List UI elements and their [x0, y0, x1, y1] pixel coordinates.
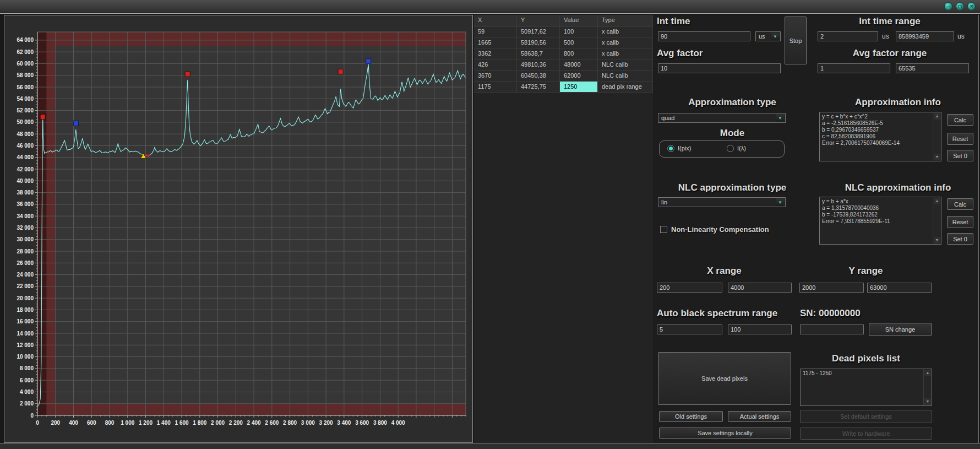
- table-header-x[interactable]: X: [474, 15, 517, 26]
- nlc-info-title: NLC approximation info: [819, 182, 977, 193]
- save-settings-locally-button[interactable]: Save settings locally: [659, 428, 791, 439]
- set-default-settings-button[interactable]: Set default settings: [800, 410, 932, 423]
- nlc-set0-button[interactable]: Set 0: [947, 233, 973, 245]
- x-range-min-input[interactable]: [657, 283, 722, 293]
- cell-y[interactable]: 60450,38: [517, 71, 560, 82]
- avg-factor-range-max-input[interactable]: [896, 63, 969, 73]
- int-time-range-min-unit: us: [882, 33, 889, 40]
- scrollbar[interactable]: ▲ ▼: [923, 369, 932, 405]
- chevron-down-icon: ▼: [776, 114, 785, 122]
- approximation-info-box[interactable]: y = c + b*x + c*x^2a = -2,516185608526E-…: [819, 112, 941, 161]
- cell-value[interactable]: 62000: [560, 71, 598, 82]
- minimize-icon[interactable]: —: [944, 2, 952, 10]
- text-line: y = b + a*x: [822, 198, 932, 205]
- y-range-max-input[interactable]: [867, 283, 932, 293]
- stop-button[interactable]: Stop: [785, 17, 807, 64]
- auto-black-max-input[interactable]: [728, 324, 792, 334]
- auto-black-min-input[interactable]: [657, 324, 722, 334]
- avg-factor-input[interactable]: [658, 63, 781, 73]
- avg-factor-range-min-input[interactable]: [818, 63, 890, 73]
- x-range-max-input[interactable]: [728, 283, 792, 293]
- cell-value[interactable]: 100: [560, 26, 598, 37]
- scroll-up-icon[interactable]: ▲: [934, 198, 940, 204]
- radio-option-i-lambda[interactable]: I(λ): [727, 145, 746, 152]
- cell-y[interactable]: 58190,56: [517, 37, 560, 48]
- chart-panel[interactable]: 02004006008001 0001 2001 4001 6001 8002 …: [4, 15, 473, 443]
- y-range-min-input[interactable]: [799, 283, 864, 293]
- table-row[interactable]: 336258638,7800x calib: [474, 48, 653, 59]
- table-row[interactable]: 42649810,3648000NLC calib: [474, 59, 653, 71]
- svg-text:46 000: 46 000: [17, 143, 34, 149]
- svg-text:10 000: 10 000: [17, 354, 34, 360]
- sn-change-button[interactable]: SN change: [869, 323, 932, 336]
- close-icon[interactable]: ✕: [967, 2, 976, 10]
- spectrum-chart[interactable]: 02004006008001 0001 2001 4001 6001 8002 …: [4, 15, 472, 442]
- cell-x[interactable]: 3670: [474, 71, 517, 82]
- svg-text:58 000: 58 000: [17, 72, 34, 78]
- int-time-range-max-input[interactable]: [896, 31, 954, 41]
- svg-text:14 000: 14 000: [17, 331, 34, 337]
- table-row[interactable]: 166558190,56500x calib: [474, 37, 653, 48]
- cell-x[interactable]: 1665: [474, 37, 517, 48]
- approx-calc-button[interactable]: Calc: [947, 114, 973, 126]
- approximation-type-select[interactable]: quad ▼: [658, 113, 786, 123]
- radio-icon[interactable]: [667, 145, 674, 152]
- table-header-type[interactable]: Type: [598, 15, 653, 26]
- cell-x[interactable]: 3362: [474, 48, 517, 59]
- cell-value[interactable]: 48000: [560, 59, 598, 71]
- table-row[interactable]: 367060450,3862000NLC calib: [474, 71, 653, 82]
- cell-type[interactable]: x calib: [598, 48, 653, 59]
- x-range-title: X range: [657, 266, 792, 277]
- nlc-info-box[interactable]: y = b + a*xa = 1,31578700040036b = -1753…: [819, 197, 941, 245]
- int-time-range-min-input[interactable]: [818, 31, 878, 41]
- actual-settings-button[interactable]: Actual settings: [728, 411, 791, 422]
- scroll-down-icon[interactable]: ▼: [934, 154, 940, 160]
- scrollbar[interactable]: ▲ ▼: [933, 197, 941, 244]
- cell-value[interactable]: 1250: [560, 82, 598, 93]
- cell-x[interactable]: 1175: [474, 82, 517, 93]
- approx-set0-button[interactable]: Set 0: [947, 150, 973, 161]
- int-time-range-max-unit: us: [957, 33, 965, 40]
- main-content: 02004006008001 0001 2001 4001 6001 8002 …: [0, 13, 980, 444]
- cell-type[interactable]: NLC calib: [598, 71, 653, 82]
- table-header-y[interactable]: Y: [517, 15, 560, 26]
- cell-value[interactable]: 800: [560, 48, 598, 59]
- scroll-up-icon[interactable]: ▲: [934, 113, 940, 120]
- old-settings-button[interactable]: Old settings: [659, 411, 723, 422]
- nlc-type-select[interactable]: lin ▼: [658, 197, 786, 207]
- scroll-down-icon[interactable]: ▼: [924, 398, 931, 405]
- write-to-hardware-button[interactable]: Write to hardware: [800, 428, 932, 440]
- cell-y[interactable]: 49810,36: [517, 59, 560, 71]
- cell-x[interactable]: 426: [474, 59, 517, 71]
- dead-pixels-listbox[interactable]: 1175 - 1250 ▲ ▼: [800, 369, 932, 406]
- serial-number-input[interactable]: [800, 324, 864, 334]
- radio-label: I(λ): [737, 145, 746, 152]
- cell-y[interactable]: 50917,62: [517, 26, 560, 37]
- radio-icon[interactable]: [727, 145, 734, 152]
- approx-reset-button[interactable]: Reset: [947, 133, 973, 145]
- svg-text:0: 0: [36, 420, 39, 426]
- table-row[interactable]: 117544725,751250dead pix range: [474, 82, 653, 93]
- svg-text:54 000: 54 000: [17, 96, 34, 102]
- table-row[interactable]: 5950917,62100x calib: [474, 26, 653, 37]
- int-time-input[interactable]: [658, 31, 750, 41]
- nlc-checkbox[interactable]: [660, 226, 667, 233]
- cell-type[interactable]: NLC calib: [598, 59, 653, 71]
- cell-y[interactable]: 44725,75: [517, 82, 560, 93]
- cell-x[interactable]: 59: [474, 26, 517, 37]
- scroll-down-icon[interactable]: ▼: [934, 237, 940, 244]
- radio-option-i-pix[interactable]: I(pix): [667, 145, 691, 152]
- nlc-calc-button[interactable]: Calc: [947, 198, 973, 210]
- int-time-unit-select[interactable]: us ▼: [755, 31, 781, 41]
- save-dead-pixels-button[interactable]: Save dead pixels: [658, 352, 791, 405]
- maximize-icon[interactable]: ▢: [956, 2, 964, 10]
- cell-type[interactable]: x calib: [598, 37, 653, 48]
- cell-type[interactable]: dead pix range: [598, 82, 653, 93]
- cell-type[interactable]: x calib: [598, 26, 653, 37]
- scrollbar[interactable]: ▲ ▼: [933, 112, 941, 161]
- nlc-reset-button[interactable]: Reset: [947, 216, 973, 228]
- cell-value[interactable]: 500: [560, 37, 598, 48]
- cell-y[interactable]: 58638,7: [517, 48, 560, 59]
- scroll-up-icon[interactable]: ▲: [924, 370, 931, 376]
- table-header-value[interactable]: Value: [560, 15, 598, 26]
